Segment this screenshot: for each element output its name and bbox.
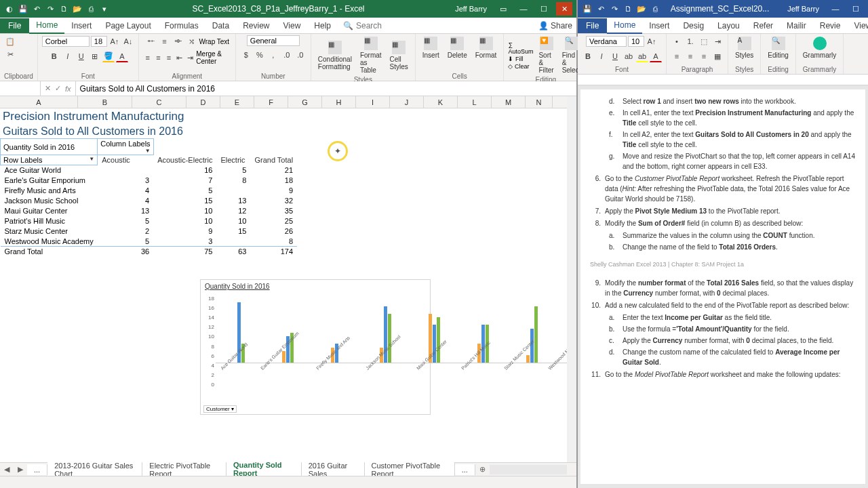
word-underline-icon[interactable]: U [609, 50, 621, 62]
table-row[interactable]: Patriot's Hill Music5101025 [1, 216, 298, 226]
sheet-tab[interactable]: ... [27, 464, 47, 475]
column-header[interactable]: N [526, 96, 553, 108]
word-maximize-icon[interactable]: ☐ [848, 2, 864, 16]
word-bold-icon[interactable]: B [582, 50, 594, 62]
add-sheet-button[interactable]: ⊕ [475, 465, 490, 474]
clear-button[interactable]: ◇ Clear [508, 63, 533, 70]
font-size-select[interactable]: 18 [91, 36, 107, 47]
column-header[interactable]: D [186, 96, 220, 108]
column-header[interactable]: E [220, 96, 254, 108]
indent-inc-icon[interactable]: ⇥ [186, 52, 195, 64]
word-strike-icon[interactable]: ab [623, 50, 635, 62]
merge-center-button[interactable]: Merge & Center [196, 50, 231, 65]
indent-dec-icon[interactable]: ⇤ [175, 52, 184, 64]
percent-icon[interactable]: % [254, 49, 266, 61]
cell-a1[interactable]: Precision Instrument Manufacturing [0, 108, 567, 125]
grand-total-label[interactable]: Grand Total [1, 247, 98, 257]
column-header[interactable]: I [356, 96, 390, 108]
word-font-select[interactable]: Verdana [586, 36, 627, 47]
comma-icon[interactable]: , [267, 49, 279, 61]
word-tab[interactable]: View [847, 18, 868, 33]
tab-formulas[interactable]: Formulas [158, 18, 205, 33]
horizontal-scrollbar[interactable] [490, 465, 567, 474]
paste-icon[interactable]: 📋 [4, 35, 16, 47]
column-header[interactable]: F [254, 96, 288, 108]
word-user[interactable]: Jeff Barry [787, 5, 819, 13]
shrink-font-icon[interactable]: A↓ [122, 35, 134, 47]
fill-button[interactable]: ⬇ Fill [508, 56, 533, 62]
cancel-formula-icon[interactable]: ✕ [45, 84, 51, 93]
sheet-nav-prev[interactable]: ◀ [0, 465, 14, 474]
word-save-icon[interactable]: 💾 [582, 3, 593, 14]
dec-decimal-icon[interactable]: .0 [294, 49, 307, 61]
conditional-formatting-button[interactable]: ▦Conditional Formatting [315, 39, 355, 72]
font-color-icon[interactable]: A [116, 50, 128, 62]
word-qat-icon[interactable]: 🗋 [623, 3, 633, 14]
table-row[interactable]: Jackson Music School4151332 [1, 196, 298, 206]
format-as-table-button[interactable]: ▦Format as Table [357, 35, 384, 75]
maximize-icon[interactable]: ☐ [536, 2, 552, 16]
word-qat-icon[interactable]: 📂 [636, 3, 647, 14]
save-icon[interactable]: 💾 [18, 3, 28, 14]
currency-icon[interactable]: $ [240, 49, 252, 61]
align-bot-icon[interactable]: ⬲ [172, 35, 184, 47]
minimize-icon[interactable]: — [515, 2, 532, 16]
number-format-select[interactable]: General [247, 35, 300, 46]
word-file-tab[interactable]: File [578, 18, 607, 33]
autosave-toggle[interactable]: ◐ [4, 3, 15, 14]
orientation-icon[interactable]: ⤭ [185, 35, 197, 47]
table-row[interactable]: Firefly Music and Arts459 [1, 186, 298, 196]
underline-icon[interactable]: U [75, 50, 87, 62]
new-icon[interactable]: 🗋 [58, 3, 69, 14]
align-top-icon[interactable]: ⬴ [144, 35, 157, 47]
align-mid-icon[interactable]: ≡ [158, 35, 170, 47]
align-left-icon[interactable]: ≡ [143, 52, 153, 64]
ribbon-options-icon[interactable]: ▭ [495, 2, 511, 16]
italic-icon[interactable]: I [62, 50, 74, 62]
grow-font-icon[interactable]: A↑ [108, 35, 121, 47]
column-header[interactable]: J [390, 96, 424, 108]
column-header[interactable]: M [492, 96, 526, 108]
word-tab[interactable]: Insert [642, 18, 676, 33]
pivot-chart[interactable]: Quantity Sold in 2016 181614121086420 Ac… [200, 279, 431, 415]
grammarly-button[interactable]: Grammarly [800, 35, 839, 60]
word-tab[interactable]: Revie [813, 18, 848, 33]
format-cells-button[interactable]: ▦Format [473, 35, 500, 60]
inc-decimal-icon[interactable]: .0 [281, 49, 293, 61]
word-styles-button[interactable]: AStyles [732, 35, 756, 60]
word-tab[interactable]: Refer [747, 18, 780, 33]
word-align-center-icon[interactable]: ≡ [684, 50, 696, 62]
word-undo-icon[interactable]: ↶ [595, 3, 606, 14]
table-row[interactable]: Westwood Music Academy538 [1, 237, 298, 247]
column-header[interactable]: B [78, 96, 132, 108]
word-tab[interactable]: Layou [711, 18, 747, 33]
sheet-nav-next[interactable]: ▶ [14, 465, 27, 474]
align-right-icon[interactable]: ≡ [164, 52, 174, 64]
column-header[interactable]: A [0, 96, 78, 108]
close-icon[interactable]: ✕ [556, 2, 572, 16]
excel-user[interactable]: Jeff Barry [455, 5, 487, 13]
tell-me-search[interactable]: 🔍 Search [343, 21, 382, 30]
word-tab[interactable]: Desig [676, 18, 711, 33]
tab-data[interactable]: Data [205, 18, 236, 33]
word-tab-home[interactable]: Home [607, 18, 642, 34]
share-button[interactable]: 👤 Share [538, 21, 572, 30]
sort-filter-button[interactable]: 🔽Sort & Filter [536, 35, 556, 75]
cell-a2[interactable]: Guitars Sold to All Customers in 2016 [0, 125, 567, 138]
word-page[interactable]: d.Select row 1 and insert two new rows i… [580, 89, 865, 484]
word-font-size[interactable]: 10 [628, 36, 644, 47]
pivot-value-field[interactable]: Quantity Sold in 2016 [1, 139, 98, 155]
enter-formula-icon[interactable]: ✓ [55, 84, 61, 93]
numbering-icon[interactable]: 1. [684, 35, 696, 47]
word-grow-font-icon[interactable]: A↑ [646, 35, 658, 47]
table-row[interactable]: Ace Guitar World16521 [1, 165, 298, 176]
align-center-icon[interactable]: ≡ [154, 52, 163, 64]
qat-more-icon[interactable]: ▾ [99, 3, 110, 14]
tab-insert[interactable]: Insert [64, 18, 98, 33]
sheet-tab[interactable]: ... [455, 464, 475, 475]
open-icon[interactable]: 📂 [72, 3, 83, 14]
table-row[interactable]: Maui Guitar Center13101235 [1, 206, 298, 216]
bullets-icon[interactable]: • [671, 35, 683, 47]
cut-icon[interactable]: ✂ [4, 48, 16, 60]
formula-input[interactable]: Guitars Sold to All Customers in 2016 [76, 81, 576, 96]
